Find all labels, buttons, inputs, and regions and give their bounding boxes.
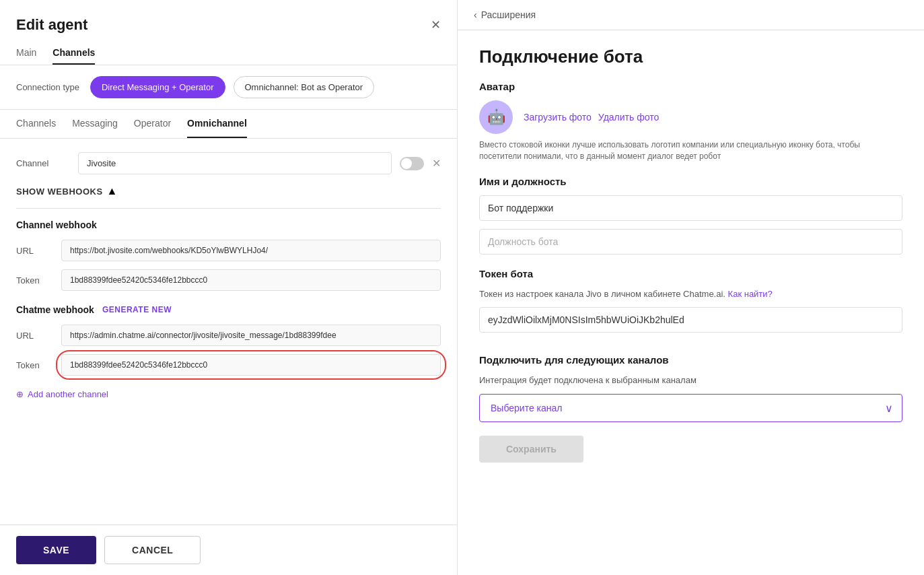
avatar-row: 🤖 Загрузить фото Удалить фото <box>479 100 902 134</box>
right-panel: ‹ Расширения Подключение бота Аватар 🤖 З… <box>458 0 924 575</box>
robot-icon: 🤖 <box>487 108 505 126</box>
channel-token-label: Token <box>16 275 53 285</box>
channel-url-label: URL <box>16 246 53 256</box>
add-channel-plus-icon: ⊕ <box>16 389 24 399</box>
modal-header: Edit agent ✕ <box>0 0 457 42</box>
right-title: Подключение бота <box>479 46 902 67</box>
tab-channels[interactable]: Channels <box>52 42 95 65</box>
back-text[interactable]: Расширения <box>481 9 536 20</box>
chatme-url-label: URL <box>16 331 53 341</box>
save-right-button[interactable]: Сохранить <box>479 436 583 463</box>
channel-label: Channel <box>16 158 70 168</box>
channel-select[interactable]: Выберите канал <box>479 394 902 422</box>
chatme-webhook-title: Chatme webhook <box>16 304 94 315</box>
sub-tab-channels[interactable]: Channels <box>16 110 56 138</box>
token-hint-text: Токен из настроек канала Jivo в личном к… <box>479 289 725 299</box>
chatme-webhook-section: Chatme webhook GENERATE NEW URL Token <box>16 304 441 376</box>
sub-tab-messaging[interactable]: Messaging <box>72 110 118 138</box>
remove-channel-button[interactable]: ✕ <box>432 157 441 170</box>
close-button[interactable]: ✕ <box>431 18 441 32</box>
upload-photo-link[interactable]: Загрузить фото <box>524 112 592 123</box>
right-header: ‹ Расширения <box>458 0 924 30</box>
right-content: Подключение бота Аватар 🤖 Загрузить фото… <box>458 30 924 575</box>
channel-toggle[interactable] <box>400 157 424 170</box>
avatar: 🤖 <box>479 100 513 134</box>
toggle-knob <box>401 158 412 169</box>
content-area: Channel ✕ SHOW WEBHOOKS ▲ Channel webhoo… <box>0 139 457 525</box>
name-input[interactable] <box>479 195 902 221</box>
cancel-button[interactable]: CANCEL <box>104 536 201 564</box>
token-hint: Токен из настроек канала Jivo в личном к… <box>479 288 902 301</box>
chatme-token-label: Token <box>16 360 53 370</box>
add-channel-row[interactable]: ⊕ Add another channel <box>16 389 441 399</box>
token-section: Токен бота Токен из настроек канала Jivo… <box>479 268 902 341</box>
channel-token-input[interactable] <box>61 269 441 291</box>
avatar-section-title: Аватар <box>479 81 902 92</box>
footer-buttons: SAVE CANCEL <box>0 525 457 575</box>
channel-token-row: Token <box>16 269 441 291</box>
tab-main[interactable]: Main <box>16 42 36 65</box>
channels-section-title: Подключить для следующих каналов <box>479 354 902 366</box>
channel-url-row: URL <box>16 240 441 261</box>
direct-messaging-button[interactable]: Direct Messaging + Operator <box>90 76 225 98</box>
main-tabs: Main Channels <box>0 42 457 65</box>
sub-tab-omnichannel[interactable]: Omnichannel <box>187 110 247 138</box>
channel-row: Channel ✕ <box>16 152 441 174</box>
chatme-webhook-header: Chatme webhook GENERATE NEW <box>16 304 441 315</box>
token-hint-link[interactable]: Как найти? <box>728 289 773 299</box>
show-webhooks-label: SHOW WEBHOOKS <box>16 187 103 197</box>
save-button[interactable]: SAVE <box>16 536 96 564</box>
channel-select-wrapper: Выберите канал ∨ <box>479 394 902 422</box>
token-section-title: Токен бота <box>479 268 902 279</box>
omnichannel-button[interactable]: Omnichannel: Bot as Operator <box>234 76 375 98</box>
webhooks-chevron-icon: ▲ <box>107 185 118 197</box>
channel-webhook-title: Channel webhook <box>16 219 441 230</box>
chatme-url-row: URL <box>16 325 441 346</box>
sub-tabs: Channels Messaging Operator Omnichannel <box>0 110 457 139</box>
chatme-token-input[interactable] <box>61 354 441 376</box>
channels-hint: Интеграция будет подключена к выбранным … <box>479 374 902 387</box>
left-panel: Edit agent ✕ Main Channels Connection ty… <box>0 0 458 575</box>
channel-input[interactable] <box>78 152 392 174</box>
add-channel-label: Add another channel <box>28 389 108 399</box>
show-webhooks-row[interactable]: SHOW WEBHOOKS ▲ <box>16 185 441 197</box>
generate-new-button[interactable]: GENERATE NEW <box>102 305 172 314</box>
sub-tab-operator[interactable]: Operator <box>134 110 171 138</box>
position-input[interactable] <box>479 229 902 255</box>
chatme-url-input[interactable] <box>61 325 441 346</box>
back-chevron-icon: ‹ <box>474 9 477 20</box>
channel-webhook-section: Channel webhook URL Token <box>16 219 441 291</box>
delete-photo-link[interactable]: Удалить фото <box>598 112 659 123</box>
connection-type-label: Connection type <box>16 82 79 92</box>
chatme-token-row: Token <box>16 354 441 376</box>
name-section-title: Имя и должность <box>479 176 902 187</box>
connection-type-row: Connection type Direct Messaging + Opera… <box>0 65 457 110</box>
token-highlight-wrapper <box>61 354 441 376</box>
modal-title: Edit agent <box>16 16 87 34</box>
channel-url-input[interactable] <box>61 240 441 261</box>
token-field[interactable] <box>479 307 902 333</box>
avatar-links: Загрузить фото Удалить фото <box>524 112 659 123</box>
avatar-hint: Вместо стоковой иконки лучше использоват… <box>479 139 902 162</box>
